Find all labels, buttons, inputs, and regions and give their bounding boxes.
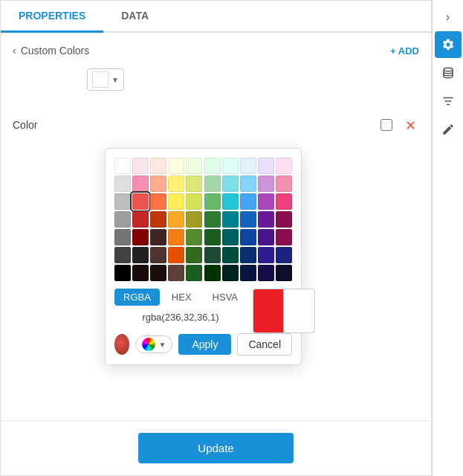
- swatch-item[interactable]: [132, 193, 149, 210]
- back-header: ‹ Custom Colors + ADD: [13, 45, 419, 57]
- add-button[interactable]: + ADD: [390, 45, 419, 57]
- swatch-item[interactable]: [204, 247, 221, 263]
- swatch-item[interactable]: [114, 265, 131, 281]
- swatch-item[interactable]: [150, 211, 166, 228]
- delete-button[interactable]: ✕: [405, 118, 416, 134]
- tab-bar: PROPERTIES DATA: [1, 1, 431, 33]
- sidebar-icon-edit-settings[interactable]: [435, 116, 462, 143]
- mode-tabs: RGBA HEX HSVA: [114, 289, 247, 306]
- swatch-item[interactable]: [258, 176, 274, 192]
- gradient-picker[interactable]: ▼: [135, 335, 172, 353]
- custom-colors-label: Custom Colors: [21, 45, 90, 57]
- checkbox[interactable]: [381, 119, 392, 134]
- dropdown-arrow-icon: ▼: [111, 76, 119, 84]
- swatch-item[interactable]: [222, 158, 239, 174]
- swatch-item[interactable]: [168, 176, 184, 192]
- swatch-item[interactable]: [240, 211, 256, 228]
- tab-data[interactable]: DATA: [103, 1, 166, 33]
- sidebar-icon-filter[interactable]: [435, 88, 462, 115]
- swatch-item[interactable]: [150, 265, 166, 281]
- color-preview: [253, 289, 315, 333]
- swatch-item[interactable]: [204, 265, 221, 281]
- swatch-item[interactable]: [276, 193, 292, 210]
- gradient-swatch: [142, 338, 155, 351]
- swatch-item[interactable]: [168, 229, 184, 245]
- swatch-item[interactable]: [222, 229, 239, 245]
- apply-button[interactable]: Apply: [178, 334, 231, 355]
- swatch-item[interactable]: [168, 158, 184, 174]
- bottom-controls: ▼ Apply Cancel: [114, 333, 292, 356]
- sidebar-icon-database[interactable]: [435, 60, 462, 86]
- sidebar-chevron-icon[interactable]: ›: [440, 4, 456, 30]
- swatch-item[interactable]: [150, 247, 166, 263]
- swatch-item[interactable]: [204, 158, 221, 174]
- swatch-item[interactable]: [132, 176, 149, 192]
- swatch-item[interactable]: [132, 265, 149, 281]
- swatch-item[interactable]: [150, 193, 166, 210]
- swatch-item[interactable]: [222, 176, 239, 192]
- cancel-button[interactable]: Cancel: [237, 333, 292, 356]
- content-area: ‹ Custom Colors + ADD Color ▼ ✕: [1, 33, 431, 420]
- swatch-item[interactable]: [276, 229, 292, 245]
- swatch-item[interactable]: [186, 211, 202, 228]
- swatch-item[interactable]: [258, 265, 274, 281]
- swatch-item[interactable]: [240, 229, 256, 245]
- swatch-item[interactable]: [204, 176, 221, 192]
- swatch-item[interactable]: [222, 211, 239, 228]
- swatch-item[interactable]: [258, 247, 274, 263]
- swatch-item[interactable]: [222, 265, 239, 281]
- swatch-item[interactable]: [132, 158, 149, 174]
- swatch-item[interactable]: [240, 193, 256, 210]
- swatch-item[interactable]: [114, 229, 131, 245]
- swatch-item[interactable]: [168, 265, 184, 281]
- swatch-item[interactable]: [150, 229, 166, 245]
- swatch-item[interactable]: [276, 158, 292, 174]
- swatch-item[interactable]: [276, 265, 292, 281]
- swatch-item[interactable]: [186, 158, 202, 174]
- swatch-item[interactable]: [168, 211, 184, 228]
- swatch-item[interactable]: [114, 193, 131, 210]
- swatch-item[interactable]: [186, 193, 202, 210]
- swatch-item[interactable]: [114, 176, 131, 192]
- swatch-item[interactable]: [276, 211, 292, 228]
- swatch-item[interactable]: [114, 158, 131, 174]
- tab-hex[interactable]: HEX: [163, 289, 201, 306]
- swatch-item[interactable]: [258, 158, 274, 174]
- swatch-item[interactable]: [204, 211, 221, 228]
- tab-rgba[interactable]: RGBA: [114, 289, 160, 306]
- swatch-item[interactable]: [204, 229, 221, 245]
- swatch-item[interactable]: [114, 211, 131, 228]
- swatch-item[interactable]: [186, 176, 202, 192]
- swatch-item[interactable]: [186, 229, 202, 245]
- swatch-item[interactable]: [132, 247, 149, 263]
- swatch-item[interactable]: [258, 193, 274, 210]
- swatch-item[interactable]: [276, 176, 292, 192]
- swatch-item[interactable]: [240, 265, 256, 281]
- swatch-item[interactable]: [168, 247, 184, 263]
- swatch-item[interactable]: [150, 158, 166, 174]
- swatch-item[interactable]: [132, 211, 149, 228]
- swatch-item[interactable]: [186, 265, 202, 281]
- swatch-item[interactable]: [168, 193, 184, 210]
- swatch-item[interactable]: [222, 193, 239, 210]
- tab-properties[interactable]: PROPERTIES: [1, 1, 103, 33]
- swatch-item[interactable]: [240, 247, 256, 263]
- sidebar-icon-gear[interactable]: [435, 31, 462, 58]
- tab-hsva[interactable]: HSVA: [204, 289, 247, 306]
- swatch-item[interactable]: [150, 176, 166, 192]
- swatch-item[interactable]: [240, 176, 256, 192]
- swatch-item[interactable]: [132, 229, 149, 245]
- swatch-item[interactable]: [276, 247, 292, 263]
- swatch-item[interactable]: [186, 247, 202, 263]
- back-button[interactable]: ‹ Custom Colors: [13, 45, 89, 57]
- swatch-item[interactable]: [204, 193, 221, 210]
- color-circle[interactable]: [114, 334, 129, 355]
- swatch-item[interactable]: [222, 247, 239, 263]
- swatch-item[interactable]: [114, 247, 131, 263]
- swatch-item[interactable]: [258, 229, 274, 245]
- swatch-item[interactable]: [258, 211, 274, 228]
- color-picker-button[interactable]: ▼: [87, 68, 124, 91]
- swatch-item[interactable]: [240, 158, 256, 174]
- color-label: Color: [13, 119, 37, 131]
- update-button[interactable]: Update: [138, 433, 293, 463]
